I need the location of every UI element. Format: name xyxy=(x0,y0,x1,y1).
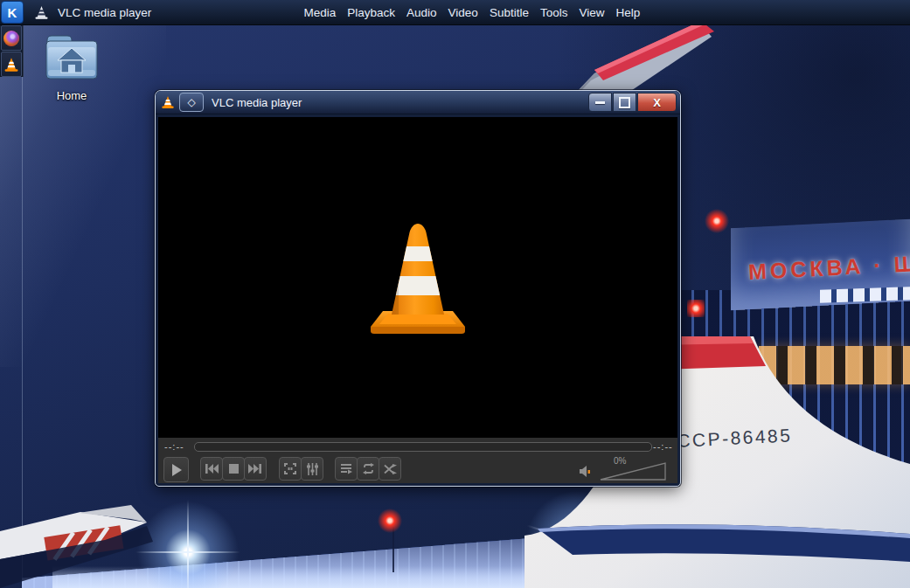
equalizer-icon xyxy=(306,463,319,475)
shuffle-icon xyxy=(384,464,397,474)
next-button[interactable] xyxy=(244,457,267,481)
menubar-app-title: VLC media player xyxy=(58,6,151,19)
maximize-icon xyxy=(619,97,630,108)
window-title: VLC media player xyxy=(212,96,302,109)
vlc-cone-icon xyxy=(161,95,175,109)
loop-icon xyxy=(362,463,375,474)
stop-button[interactable] xyxy=(222,457,245,481)
menu-help[interactable]: Help xyxy=(610,0,646,24)
menu-list: Media Playback Audio Video Subtitle Tool… xyxy=(298,0,646,24)
home-icon-label: Home xyxy=(40,89,103,102)
maximize-button[interactable] xyxy=(613,93,636,112)
time-elapsed[interactable]: --:-- xyxy=(164,441,184,452)
vlc-cone-icon xyxy=(3,57,19,73)
fullscreen-button[interactable] xyxy=(279,457,302,481)
previous-button[interactable] xyxy=(200,457,223,481)
volume-slider[interactable] xyxy=(600,462,666,481)
mute-button[interactable] xyxy=(579,465,593,478)
playlist-icon xyxy=(340,463,352,474)
play-icon xyxy=(170,463,183,477)
loop-button[interactable] xyxy=(357,457,379,481)
kde-menu-button[interactable]: K xyxy=(1,1,24,24)
menu-audio[interactable]: Audio xyxy=(401,0,443,24)
extended-settings-button[interactable] xyxy=(301,457,323,481)
minimize-button[interactable] xyxy=(588,93,612,112)
vlc-cone-logo xyxy=(369,220,467,336)
firefox-icon xyxy=(3,31,19,46)
window-buttons: X xyxy=(587,93,677,112)
vlc-window: ◇ VLC media player X xyxy=(155,90,681,487)
menu-tools[interactable]: Tools xyxy=(534,0,573,24)
minimize-icon xyxy=(595,101,605,104)
window-menu-button[interactable]: ◇ xyxy=(179,93,204,112)
global-menubar: K VLC media player Media Playback Audio … xyxy=(0,0,910,25)
dock-item-vlc[interactable] xyxy=(1,52,22,77)
wallpaper-light-pole xyxy=(392,527,394,572)
previous-icon xyxy=(205,464,219,474)
wallpaper-tailplane-left xyxy=(0,505,153,588)
stop-icon xyxy=(229,464,239,474)
home-folder-icon xyxy=(44,30,100,82)
close-button[interactable]: X xyxy=(637,93,677,112)
fullscreen-icon xyxy=(284,463,296,474)
play-button[interactable] xyxy=(163,457,189,482)
wallpaper-photo-edge xyxy=(22,24,23,588)
menu-subtitle[interactable]: Subtitle xyxy=(483,0,534,24)
seek-bar[interactable] xyxy=(194,442,652,452)
menu-view[interactable]: View xyxy=(573,0,610,24)
desktop-icon-home[interactable]: Home xyxy=(40,30,103,102)
dock-item-firefox[interactable] xyxy=(1,25,22,51)
volume-slider-shape xyxy=(600,462,666,481)
menu-playback[interactable]: Playback xyxy=(342,0,401,24)
vlc-cone-icon xyxy=(34,5,49,20)
next-icon xyxy=(248,464,262,474)
launcher-dock xyxy=(0,24,24,77)
player-controls: --:-- --:-- xyxy=(158,438,677,483)
speaker-icon xyxy=(579,465,593,478)
playlist-button[interactable] xyxy=(335,457,358,481)
video-area[interactable] xyxy=(158,117,677,438)
menu-video[interactable]: Video xyxy=(442,0,483,24)
titlebar[interactable]: ◇ VLC media player X xyxy=(156,91,680,114)
time-total[interactable]: --:-- xyxy=(653,441,673,452)
menu-media[interactable]: Media xyxy=(298,0,342,24)
random-button[interactable] xyxy=(379,457,401,481)
